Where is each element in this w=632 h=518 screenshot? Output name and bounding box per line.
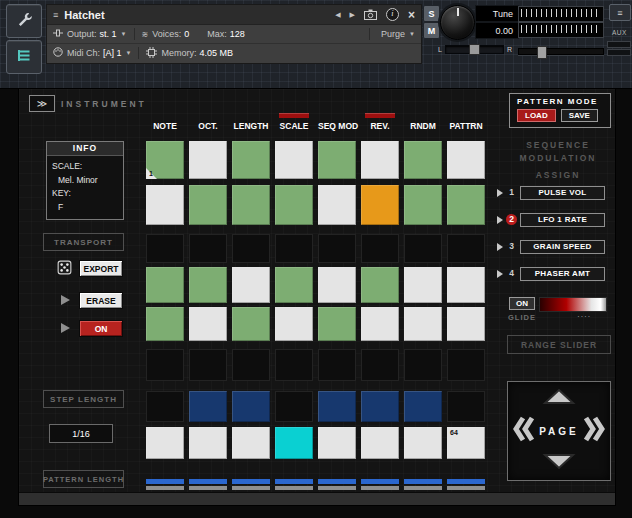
step-cell-marker: 64 xyxy=(450,429,458,436)
assign-slot-4: 4PHASER AMT xyxy=(497,266,605,281)
output-row: Output: st. 1 ▼ ≋ Voices: 0 Max: 128 Pur… xyxy=(47,25,421,44)
glide-dots-icon: ∙∙∙∙ xyxy=(577,311,591,321)
slot-number: 1 xyxy=(506,187,517,198)
assign-slot-1: 1PULSE VOL xyxy=(497,185,605,200)
output-label: Output: xyxy=(67,29,97,39)
pan-left-label: L xyxy=(438,46,442,53)
level-meter-left xyxy=(518,6,604,22)
max-voices-value: 128 xyxy=(230,29,245,39)
tune-label: Tune xyxy=(475,5,519,22)
step-cell-marker: 1 xyxy=(149,170,153,177)
slot-pointer-icon xyxy=(497,270,503,278)
glide-label: GLIDE xyxy=(507,313,537,322)
output-value: st. 1 xyxy=(100,29,117,39)
rack-background: ≡ Hatchet ◀ ▶ i × Output: st. 1 xyxy=(0,0,632,89)
midi-icon xyxy=(53,47,63,59)
page-up-icon[interactable] xyxy=(542,388,576,409)
glide-on-button[interactable]: ON xyxy=(509,297,535,310)
memory-label: Memory: xyxy=(161,48,196,58)
memory-icon xyxy=(146,47,157,60)
assign-slot-3: 3GRAIN SPEED xyxy=(497,239,605,254)
close-icon[interactable]: × xyxy=(408,10,415,20)
options-menu-icon[interactable]: ≡ xyxy=(609,4,631,21)
kontakt-window: ≡ Hatchet ◀ ▶ i × Output: st. 1 xyxy=(0,0,632,518)
voices-label: Voices: xyxy=(152,29,181,39)
aux-label: aux xyxy=(612,29,627,36)
assign-slot-button[interactable]: GRAIN SPEED xyxy=(520,240,605,254)
page-pad: PAGE xyxy=(507,381,611,481)
midi-row: Midi Ch: [A] 1 ▼ Memory: 4.05 MB xyxy=(47,44,421,62)
glide-slider[interactable] xyxy=(539,297,607,312)
slot-pointer-icon xyxy=(497,216,503,224)
slot-pointer-icon xyxy=(497,189,503,197)
pan-handle[interactable] xyxy=(469,44,480,55)
next-instrument-icon[interactable]: ▶ xyxy=(350,11,355,19)
rack-icon xyxy=(17,48,32,67)
assign-slot-2: 2LFO 1 RATE xyxy=(497,212,605,227)
output-dropdown-icon[interactable]: ▼ xyxy=(121,31,127,37)
voices-icon: ≋ xyxy=(142,30,149,39)
slot-pointer-icon xyxy=(497,243,503,251)
output-icon xyxy=(53,28,63,40)
assign-slot-button[interactable]: PULSE VOL xyxy=(520,186,605,200)
rack-view-button[interactable] xyxy=(6,40,42,74)
instrument-header-strip: ≡ Hatchet ◀ ▶ i × Output: st. 1 xyxy=(46,4,422,64)
assign-slot-button[interactable]: LFO 1 RATE xyxy=(520,213,605,227)
pan-right-label: R xyxy=(507,46,512,53)
volume-fader-handle[interactable] xyxy=(537,46,547,59)
instrument-bottom-bar xyxy=(19,492,615,505)
pan-track[interactable] xyxy=(445,45,504,54)
midi-dropdown-icon[interactable]: ▼ xyxy=(126,50,132,56)
max-voices-label: Max: xyxy=(207,29,227,39)
aux-meter-2 xyxy=(607,49,631,56)
page-down-icon[interactable] xyxy=(542,453,576,474)
solo-button[interactable]: S xyxy=(423,5,440,22)
tune-knob[interactable] xyxy=(440,5,475,40)
instrument-title: Hatchet xyxy=(64,9,104,21)
slot-number: 3 xyxy=(506,241,517,252)
slot-number: 2 xyxy=(506,214,517,225)
volume-fader[interactable] xyxy=(518,48,604,55)
prev-instrument-icon[interactable]: ◀ xyxy=(335,11,340,19)
purge-label[interactable]: Purge xyxy=(381,29,405,39)
info-icon[interactable]: i xyxy=(386,8,399,21)
tune-value[interactable]: 0.00 xyxy=(475,22,519,39)
memory-value: 4.05 MB xyxy=(200,48,234,58)
instrument-panel: ≫ INSTRUMENT NOTEOCT.LENGTHSCALESEQ MODR… xyxy=(18,88,616,506)
slot-number: 4 xyxy=(506,268,517,279)
instrument-menu-icon[interactable]: ≡ xyxy=(53,10,58,20)
voices-value: 0 xyxy=(184,29,189,39)
assign-slot-button[interactable]: PHASER AMT xyxy=(520,267,605,281)
level-meter-right xyxy=(518,22,604,38)
purge-dropdown-icon[interactable]: ▼ xyxy=(409,31,415,37)
aux-meter-1 xyxy=(607,41,631,48)
snapshot-camera-icon[interactable] xyxy=(364,6,377,24)
title-row: ≡ Hatchet ◀ ▶ i × xyxy=(47,5,421,25)
page-label: PAGE xyxy=(508,426,610,437)
tools-button[interactable] xyxy=(6,4,42,38)
midi-channel-label: Midi Ch: xyxy=(67,48,100,58)
mute-button[interactable]: M xyxy=(423,22,440,39)
midi-channel-value: [A] 1 xyxy=(103,48,122,58)
wrench-icon xyxy=(17,12,32,31)
range-slider-label: RANGE SLIDER xyxy=(507,335,611,354)
pan-control[interactable]: L R xyxy=(438,43,512,56)
